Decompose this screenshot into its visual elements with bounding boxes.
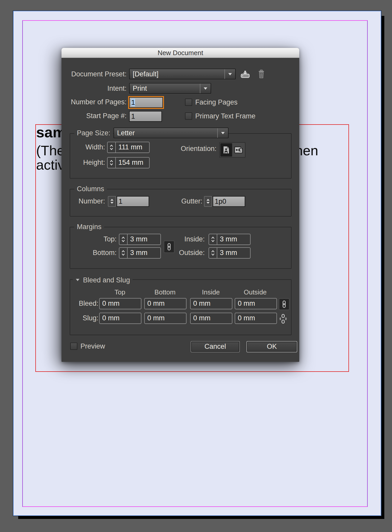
bleed-bottom-value: 0 mm	[145, 299, 186, 309]
intent-label: Intent:	[61, 83, 127, 94]
bleed-slug-legend[interactable]: Bleed and Slug	[73, 275, 132, 284]
gutter-value: 1p0	[215, 198, 226, 205]
facing-pages-checkbox[interactable]	[185, 99, 192, 106]
primary-text-frame-label[interactable]: Primary Text Frame	[195, 112, 255, 120]
portrait-page-icon	[223, 146, 230, 154]
slug-unlink-button[interactable]	[279, 314, 287, 324]
margin-inside-value: 3 mm	[217, 234, 250, 244]
margin-outside-field[interactable]: 3 mm	[209, 247, 251, 259]
margins-legend: Margins	[74, 223, 104, 231]
width-value: 111 mm	[116, 142, 149, 152]
bleed-top-field[interactable]: 0 mm	[99, 298, 141, 309]
orientation-landscape-button[interactable]	[233, 143, 244, 157]
document-preset-label: Document Preset:	[61, 69, 127, 79]
new-document-dialog: New Document Document Preset: [Default] …	[61, 48, 299, 362]
height-field[interactable]: 154 mm	[107, 157, 150, 168]
width-field[interactable]: 111 mm	[107, 142, 150, 153]
up-down-chevrons-icon[interactable]	[108, 158, 116, 168]
slug-outside-value: 0 mm	[235, 313, 276, 323]
disclosure-triangle-icon[interactable]	[75, 275, 80, 283]
slug-inside-field[interactable]: 0 mm	[190, 313, 232, 324]
up-down-chevrons-icon[interactable]	[119, 234, 128, 244]
save-preset-button[interactable]	[240, 70, 250, 79]
margin-top-field[interactable]: 3 mm	[119, 234, 161, 245]
column-header-outside: Outside	[244, 288, 267, 296]
column-header-inside: Inside	[202, 288, 220, 296]
bleed-link-button[interactable]	[279, 298, 290, 310]
width-label: Width:	[72, 142, 105, 152]
margin-top-value: 3 mm	[128, 234, 160, 244]
page-size-value: Letter	[117, 129, 135, 137]
margin-bottom-value: 3 mm	[128, 248, 160, 258]
delete-preset-button[interactable]	[258, 70, 265, 78]
margins-link-button[interactable]	[164, 241, 174, 253]
intent-value: Print	[133, 85, 147, 92]
column-header-top: Top	[115, 288, 125, 296]
bleed-slug-legend-text: Bleed and Slug	[83, 276, 130, 284]
height-label: Height:	[72, 157, 105, 168]
bleed-label: Bleed:	[67, 298, 98, 309]
bleed-outside-field[interactable]: 0 mm	[235, 298, 277, 309]
slug-inside-value: 0 mm	[191, 313, 232, 323]
slug-bottom-value: 0 mm	[145, 313, 186, 323]
number-of-pages-value: 1	[131, 99, 135, 106]
preview-checkbox[interactable]	[70, 343, 77, 350]
margin-top-label: Top:	[77, 234, 117, 244]
up-down-triangles-icon	[109, 198, 115, 205]
orientation-portrait-button[interactable]	[220, 143, 232, 157]
dialog-titlebar[interactable]: New Document	[61, 48, 299, 58]
up-down-chevrons-icon[interactable]	[119, 248, 128, 258]
bleed-top-value: 0 mm	[100, 299, 141, 309]
up-down-chevrons-icon[interactable]	[108, 142, 116, 152]
start-page-label: Start Page #:	[61, 110, 127, 121]
bleed-outside-value: 0 mm	[235, 299, 276, 309]
up-down-triangles-icon	[205, 198, 211, 205]
up-down-chevrons-icon[interactable]	[209, 248, 217, 258]
slug-top-field[interactable]: 0 mm	[99, 313, 141, 324]
margin-bottom-field[interactable]: 3 mm	[119, 247, 161, 259]
page-size-select[interactable]: Letter	[114, 128, 229, 138]
cancel-button[interactable]: Cancel	[191, 341, 240, 352]
slug-top-value: 0 mm	[100, 313, 141, 323]
document-body-fragment-left: (The	[36, 143, 65, 158]
orientation-buttons	[219, 142, 245, 158]
document-preset-select[interactable]: [Default]	[129, 69, 236, 79]
primary-text-frame-checkbox[interactable]	[185, 112, 192, 120]
columns-number-value: 1	[119, 198, 122, 205]
height-value: 154 mm	[116, 158, 149, 168]
slug-bottom-field[interactable]: 0 mm	[144, 313, 187, 324]
column-header-bottom: Bottom	[154, 288, 176, 296]
ok-button[interactable]: OK	[246, 341, 297, 352]
slug-label: Slug:	[67, 313, 98, 323]
bleed-bottom-field[interactable]: 0 mm	[144, 298, 187, 309]
chevron-down-icon	[224, 69, 235, 79]
gutter-stepper[interactable]	[204, 196, 212, 207]
landscape-page-icon	[234, 146, 243, 154]
trash-icon	[258, 70, 265, 78]
page-size-legend: Page Size:	[74, 129, 113, 137]
number-of-pages-input[interactable]: 1	[129, 97, 163, 108]
chain-link-icon	[281, 300, 287, 308]
bleed-inside-field[interactable]: 0 mm	[190, 298, 232, 309]
orientation-label: Orientation:	[179, 143, 216, 154]
margin-inside-field[interactable]: 3 mm	[209, 234, 251, 245]
margin-outside-value: 3 mm	[217, 248, 250, 258]
columns-legend: Columns	[74, 185, 107, 193]
gutter-label: Gutter:	[169, 196, 202, 207]
margin-bottom-label: Bottom:	[77, 247, 117, 258]
preview-label[interactable]: Preview	[80, 342, 105, 350]
gutter-input[interactable]: 1p0	[213, 196, 245, 207]
columns-number-input[interactable]: 1	[117, 196, 149, 207]
intent-select[interactable]: Print	[129, 83, 211, 94]
chevron-down-icon	[217, 128, 228, 138]
up-down-chevrons-icon[interactable]	[209, 234, 217, 244]
start-page-input[interactable]: 1	[129, 111, 162, 122]
slug-outside-field[interactable]: 0 mm	[235, 313, 277, 324]
document-preset-value: [Default]	[133, 70, 159, 78]
facing-pages-label[interactable]: Facing Pages	[195, 98, 238, 106]
chain-link-icon	[166, 243, 172, 251]
document-body-fragment-left2: activ	[36, 157, 65, 172]
start-page-value: 1	[131, 112, 135, 120]
chevron-down-icon	[200, 84, 211, 93]
columns-number-stepper[interactable]	[108, 196, 116, 207]
